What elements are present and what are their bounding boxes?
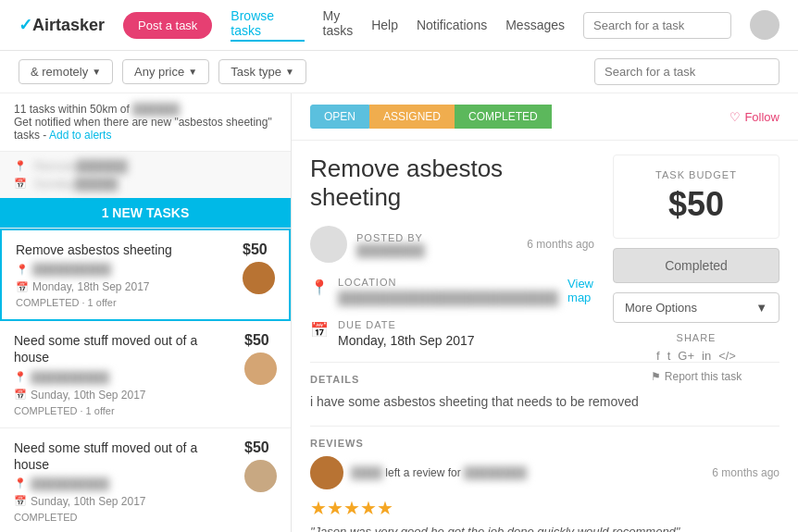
notifications-link[interactable]: Notifications [417, 18, 487, 32]
reviews-section: REVIEWS ████ left a review for ████████ … [310, 426, 779, 532]
avatar [750, 10, 779, 40]
messages-link[interactable]: Messages [505, 18, 565, 32]
location-label: LOCATION [338, 277, 558, 288]
sidebar-header: 11 tasks within 50km of ██████ Get notif… [0, 93, 291, 152]
logo-icon: ✓ [19, 15, 32, 35]
heart-icon: ♡ [729, 110, 741, 124]
task-price-2: $50 [244, 439, 277, 456]
task-card-blurred[interactable]: 📍 Remote██████ 📅 Sunday█████ 1 NEW TASKS [0, 152, 291, 229]
nav-my-tasks[interactable]: My tasks [323, 8, 372, 42]
avatar-2 [244, 460, 277, 492]
tab-assigned[interactable]: ASSIGNED [369, 105, 455, 129]
task-title-2: Need some stuff moved out of a house [14, 439, 235, 473]
chevron-down-icon: ▼ [755, 301, 767, 315]
header: ✓ Airtasker Post a task Browse tasks My … [0, 0, 798, 51]
detail-body: TASK BUDGET $50 Completed More Options ▼… [292, 141, 798, 532]
tab-completed[interactable]: COMPLETED [455, 105, 552, 129]
reviews-label: REVIEWS [310, 438, 779, 449]
task-meta-0: 📍 ██████████ [16, 263, 181, 276]
task-title-1: Need some stuff moved out of a house [14, 332, 235, 365]
location-content: LOCATION ████████████████████████ [338, 277, 558, 305]
sidebar: 11 tasks within 50km of ██████ Get notif… [0, 93, 292, 532]
twitter-icon[interactable]: t [667, 349, 671, 363]
calendar-icon: 📅 [16, 281, 29, 293]
task-status-1: COMPLETED · 1 offer [14, 405, 244, 416]
poster-name: ████████ [356, 243, 517, 257]
report-link[interactable]: ⚑ Report this task [613, 370, 779, 383]
logo: ✓ Airtasker [19, 15, 105, 35]
main-layout: 11 tasks within 50km of ██████ Get notif… [0, 93, 798, 532]
add-alerts-link[interactable]: Add to alerts [49, 129, 111, 142]
share-icons: f t G+ in </> [613, 349, 779, 363]
sidebar-count-text: 11 tasks within 50km of ██████ [14, 103, 277, 116]
due-date-value: Monday, 18th Sep 2017 [338, 333, 594, 348]
completed-button[interactable]: Completed [613, 248, 779, 283]
budget-box: TASK BUDGET $50 [613, 155, 779, 239]
status-tabs: OPEN ASSIGNED COMPLETED ♡ Follow [292, 93, 798, 141]
price-filter[interactable]: Any price ▼ [122, 59, 209, 84]
avatar-0 [243, 262, 275, 294]
budget-amount: $50 [628, 185, 765, 224]
sidebar-alert-text: Get notified when there are new "asbesto… [14, 116, 277, 142]
post-task-button[interactable]: Post a task [123, 12, 212, 39]
location-icon: 📍 [310, 278, 329, 296]
location-row: 📍 LOCATION ████████████████████████ View… [310, 277, 594, 305]
search-input[interactable] [583, 12, 731, 39]
chevron-down-icon: ▼ [285, 67, 294, 77]
task-title-0: Remove asbestos sheeting [16, 241, 172, 258]
due-date-row: 📅 DUE DATE Monday, 18th Sep 2017 [310, 319, 594, 348]
location-icon: 📍 [14, 477, 27, 489]
calendar-icon: 📅 [14, 495, 27, 507]
follow-button[interactable]: ♡ Follow [729, 110, 779, 124]
filters-bar: & remotely ▼ Any price ▼ Task type ▼ [0, 51, 798, 93]
view-map-link[interactable]: View map [567, 277, 594, 304]
post-time: 6 months ago [527, 238, 594, 251]
more-options-button[interactable]: More Options ▼ [613, 292, 779, 323]
location-icon: 📍 [16, 264, 29, 276]
review-meta: ████ left a review for ████████ [351, 466, 704, 479]
location-filter[interactable]: & remotely ▼ [19, 59, 113, 84]
task-status-0: COMPLETED · 1 offer [16, 297, 181, 308]
type-filter[interactable]: Task type ▼ [218, 59, 306, 84]
due-date-label: DUE DATE [338, 319, 594, 330]
chevron-down-icon: ▼ [92, 67, 101, 77]
task-status-2: COMPLETED [14, 512, 244, 523]
task-meta-1: 📍 ██████████ [14, 371, 244, 384]
share-section: SHARE f t G+ in </> ⚑ Report this task [613, 332, 779, 383]
star-rating: ★★★★★ [310, 497, 779, 519]
linkedin-icon[interactable]: in [702, 349, 711, 363]
help-link[interactable]: Help [371, 18, 398, 32]
main-nav: Browse tasks My tasks [231, 8, 371, 42]
review-text: "Jason was very good he got the job done… [310, 525, 779, 532]
poster-avatar [310, 226, 347, 263]
googleplus-icon[interactable]: G+ [678, 349, 694, 363]
new-tasks-banner[interactable]: 1 NEW TASKS [0, 198, 291, 228]
task-date-2: 📅 Sunday, 10th Sep 2017 [14, 495, 244, 508]
avatar-1 [244, 353, 277, 385]
detail-panel: OPEN ASSIGNED COMPLETED ♡ Follow TASK BU… [292, 93, 798, 532]
task-card-1[interactable]: Need some stuff moved out of a house 📍 █… [0, 321, 291, 427]
task-meta-2: 📍 ██████████ [14, 477, 244, 490]
task-card-0[interactable]: Remove asbestos sheeting 📍 ██████████ 📅 … [0, 229, 291, 321]
calendar-icon: 📅 [310, 321, 329, 339]
nav-browse-tasks[interactable]: Browse tasks [231, 8, 304, 42]
logo-text: Airtasker [32, 16, 105, 35]
share-label: SHARE [613, 332, 779, 343]
header-right: Help Notifications Messages [371, 10, 779, 40]
posted-by-label: POSTED BY [356, 232, 517, 243]
poster-info: POSTED BY ████████ [356, 232, 517, 257]
flag-icon: ⚑ [651, 370, 661, 383]
task-search-input[interactable] [594, 58, 779, 85]
detail-right-panel: TASK BUDGET $50 Completed More Options ▼… [613, 155, 779, 383]
chevron-down-icon: ▼ [188, 67, 197, 77]
details-text: i have some asbestos sheeting that needs… [310, 392, 779, 412]
facebook-icon[interactable]: f [656, 349, 660, 363]
review-header: ████ left a review for ████████ 6 months… [310, 456, 779, 489]
embed-icon[interactable]: </> [718, 349, 736, 363]
budget-label: TASK BUDGET [628, 169, 765, 180]
tab-open[interactable]: OPEN [310, 105, 369, 129]
location-icon: 📍 [14, 371, 27, 383]
task-card-2[interactable]: Need some stuff moved out of a house 📍 █… [0, 428, 291, 532]
task-price-0: $50 [243, 241, 275, 258]
due-date-content: DUE DATE Monday, 18th Sep 2017 [338, 319, 594, 348]
